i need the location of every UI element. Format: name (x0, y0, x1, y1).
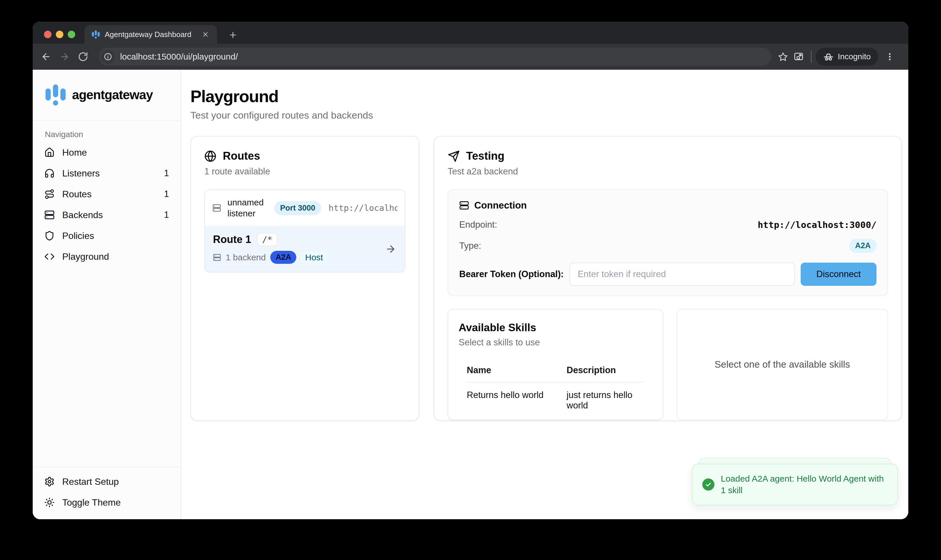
available-skills-panel: Available Skills Select a skills to use … (448, 309, 663, 420)
skill-detail-panel: Select one of the available skills (676, 309, 888, 420)
restart-setup-label: Restart Setup (62, 476, 169, 487)
back-icon[interactable] (37, 48, 55, 66)
tab-search-icon[interactable] (790, 49, 807, 65)
app-content: agentgateway Navigation Home Listeners 1… (33, 70, 908, 519)
skills-column-name: Name (467, 365, 567, 382)
toggle-theme-label: Toggle Theme (62, 497, 169, 508)
server-icon (213, 204, 221, 212)
sidebar-footer: Restart Setup Toggle Theme (33, 466, 180, 519)
disconnect-button[interactable]: Disconnect (801, 263, 876, 286)
server-icon (44, 210, 55, 220)
skill-name: Returns hello world (467, 382, 567, 411)
bearer-token-input[interactable] (570, 263, 795, 286)
route-name: Route 1 (213, 234, 251, 246)
listener-name: unnamed listener (228, 197, 268, 219)
sidebar-item-listeners[interactable]: Listeners 1 (33, 163, 180, 184)
skills-title: Available Skills (459, 322, 652, 334)
tab-close-icon[interactable] (200, 29, 211, 40)
sidebar-item-backends[interactable]: Backends 1 (33, 205, 180, 225)
testing-panel: Testing Test a2a backend Connection Endp… (434, 136, 902, 421)
bearer-token-label: Bearer Token (Optional): (459, 269, 564, 279)
restart-setup-button[interactable]: Restart Setup (33, 471, 180, 492)
home-icon (44, 147, 55, 158)
routes-title: Routes (223, 150, 260, 162)
connection-section: Connection Endpoint: http://localhost:30… (448, 189, 888, 296)
nav-section-label: Navigation (45, 130, 180, 139)
window-controls (44, 31, 75, 38)
skills-table: Name Description Returns hello world jus… (459, 365, 652, 411)
route-icon (44, 189, 55, 199)
routes-panel: Routes 1 route available unnamed listene… (190, 136, 419, 421)
address-bar[interactable]: localhost:15000/ui/playground/ (99, 48, 772, 66)
listener-row[interactable]: unnamed listener Port 3000 http://localh… (205, 190, 405, 226)
gear-icon (44, 476, 55, 487)
browser-tab[interactable]: Agentgateway Dashboard (85, 25, 217, 44)
close-window-button[interactable] (44, 31, 51, 38)
toolbar-divider (811, 51, 812, 63)
reload-icon[interactable] (74, 48, 92, 66)
globe-icon (204, 150, 216, 162)
skills-subtitle: Select a skills to use (459, 337, 652, 348)
page-title: Playground (190, 87, 902, 106)
toast-stack: Loaded A2A agent: Hello World Agent with… (692, 464, 898, 505)
url-text[interactable]: localhost:15000/ui/playground/ (120, 52, 766, 62)
sidebar-item-label: Backends (62, 210, 157, 220)
page-subtitle: Test your configured routes and backends (190, 110, 902, 121)
browser-menu-icon[interactable] (883, 50, 897, 64)
tab-favicon-logo-icon (91, 30, 100, 39)
brand-logo-icon (44, 84, 67, 106)
sidebar-item-label: Listeners (62, 168, 157, 179)
skill-detail-placeholder: Select one of the available skills (715, 359, 850, 370)
sidebar: agentgateway Navigation Home Listeners 1… (33, 70, 181, 519)
brand-name: agentgateway (72, 88, 153, 102)
sidebar-item-count: 1 (164, 210, 169, 220)
route-host-badge: Host (301, 251, 327, 263)
route-a2a-badge: A2A (270, 251, 296, 264)
minimize-window-button[interactable] (56, 31, 63, 38)
toast-message: Loaded A2A agent: Hello World Agent with… (721, 473, 887, 496)
arrow-right-icon[interactable] (385, 243, 396, 255)
routes-subtitle: 1 route available (204, 166, 405, 177)
sidebar-item-count: 1 (164, 168, 169, 178)
connection-title: Connection (474, 200, 527, 211)
browser-window: Agentgateway Dashboard localhost:15000/u… (33, 22, 908, 519)
route-list: unnamed listener Port 3000 http://localh… (204, 189, 405, 272)
new-tab-icon[interactable] (226, 28, 240, 42)
code-icon (44, 251, 55, 262)
endpoint-value: http://localhost:3000/ (758, 220, 876, 230)
sidebar-item-label: Policies (62, 231, 162, 241)
server-icon (459, 200, 469, 210)
toggle-theme-button[interactable]: Toggle Theme (33, 492, 180, 513)
connection-type-badge: A2A (849, 238, 876, 253)
sidebar-item-count: 1 (164, 189, 169, 199)
sidebar-item-policies[interactable]: Policies (33, 225, 180, 246)
send-icon (448, 150, 460, 162)
route-path-badge: /* (257, 233, 277, 246)
server-icon (213, 253, 221, 262)
sun-icon (44, 497, 55, 508)
testing-title: Testing (466, 150, 504, 162)
success-toast[interactable]: Loaded A2A agent: Hello World Agent with… (692, 464, 898, 505)
skill-row[interactable]: Returns hello world just returns hello w… (459, 382, 652, 411)
maximize-window-button[interactable] (68, 31, 75, 38)
sidebar-item-label: Routes (62, 189, 157, 200)
listener-port-badge: Port 3000 (274, 201, 321, 215)
tab-title: Agentgateway Dashboard (105, 30, 200, 39)
sidebar-item-routes[interactable]: Routes 1 (33, 184, 180, 205)
sidebar-item-label: Home (62, 147, 162, 158)
sidebar-item-home[interactable]: Home (33, 142, 180, 163)
sidebar-item-label: Playground (62, 251, 162, 262)
testing-subtitle: Test a2a backend (448, 166, 888, 177)
sidebar-item-playground[interactable]: Playground (33, 246, 180, 267)
forward-icon[interactable] (55, 48, 74, 66)
skill-description: just returns hello world (567, 382, 644, 411)
route-row-selected[interactable]: Route 1 /* 1 backend A2A Host (205, 226, 405, 272)
site-info-icon[interactable] (101, 50, 115, 64)
skills-column-description: Description (567, 365, 644, 382)
tab-strip: Agentgateway Dashboard (33, 22, 908, 44)
endpoint-label: Endpoint: (459, 220, 497, 230)
incognito-icon (823, 51, 834, 62)
brand[interactable]: agentgateway (33, 70, 180, 121)
headphones-icon (44, 168, 55, 178)
bookmark-star-icon[interactable] (776, 49, 790, 64)
